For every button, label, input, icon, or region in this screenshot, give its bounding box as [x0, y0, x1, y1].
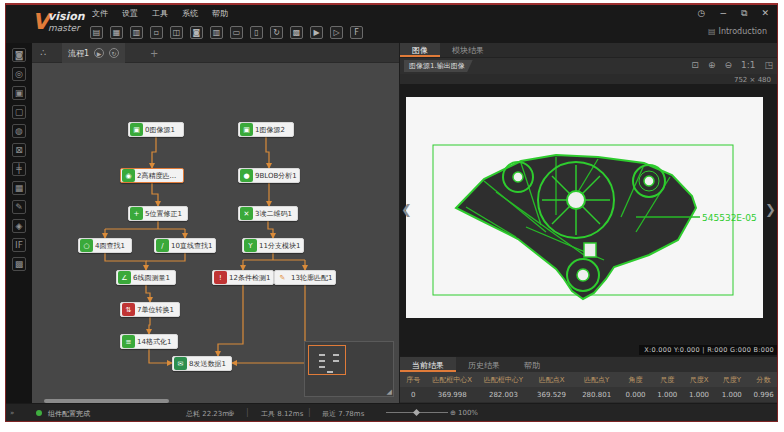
hierarchy-icon[interactable]: ∴ [40, 47, 46, 58]
column-header: 分数 [748, 372, 778, 387]
export-icon[interactable]: ▫ [150, 26, 163, 39]
measure-tool-icon[interactable]: ╪ [12, 162, 26, 176]
layers-icon[interactable]: ▯ [250, 26, 263, 39]
flow-canvas[interactable]: ◢ ▣0图像源1▣1图像源2◉2高精度匹...●9BLOB分析1+5位置修正1✕… [32, 64, 399, 405]
morphology-tool-icon[interactable]: ⊠ [12, 143, 26, 157]
minimap-viewport[interactable] [308, 345, 346, 375]
flow-node[interactable]: ✎13轮廓匹配1 [274, 270, 336, 285]
run-once-icon[interactable]: ▷ [330, 26, 343, 39]
minimap-nodes [317, 352, 343, 374]
run-icon[interactable]: ▶ [310, 26, 323, 39]
menu-item-工具[interactable]: 工具 [152, 8, 168, 21]
column-view-icon[interactable]: ▥ [210, 26, 223, 39]
flow-tab-bar: ∴ 流程1 ▶ ↻ + [32, 43, 399, 63]
canvas-zoom-level: 100% [458, 409, 478, 417]
camera-tool-icon[interactable]: ◙ [12, 48, 26, 62]
tab-当前结果[interactable]: 当前结果 [400, 357, 456, 372]
zoom-in-icon[interactable]: ⊕ [708, 60, 716, 70]
target-tool-icon[interactable]: ◎ [12, 67, 26, 81]
expand-icon[interactable]: ◳ [764, 60, 773, 70]
introduction-link[interactable]: ▤Introduction [708, 27, 767, 36]
zoom-slider-knob[interactable] [413, 409, 420, 416]
flow-node[interactable]: ▣1图像源2 [238, 122, 294, 137]
prev-image-arrow[interactable]: ❮ [401, 202, 412, 217]
status-ok-dot [36, 410, 42, 416]
recent-time: 最近 7.78ms [322, 409, 364, 419]
save-as-icon[interactable]: ▥ [130, 26, 143, 39]
node-icon: + [130, 207, 143, 220]
image-tool-icon[interactable]: ▣ [12, 86, 26, 100]
one-to-one-icon[interactable]: 1:1 [741, 60, 755, 70]
script-tool-icon[interactable]: ▩ [12, 257, 26, 271]
node-icon: ◉ [122, 169, 135, 182]
right-pane: 图像模块结果 图像源1.输出图像 ⊡⊕⊖1:1◳ 752 × 480 [399, 43, 778, 406]
loop-run-icon[interactable]: ↻ [109, 48, 119, 58]
column-header: 匹配点X [529, 372, 574, 387]
license-time-icon[interactable]: ◷ [698, 8, 706, 19]
crop-tool-icon[interactable]: ▢ [12, 105, 26, 119]
draw-tool-icon[interactable]: ✎ [12, 200, 26, 214]
minimize-icon[interactable]: − [719, 8, 727, 19]
restore-icon[interactable]: ⧉ [741, 8, 747, 19]
flow-node[interactable]: ○4圆查找1 [78, 238, 132, 253]
image-source-dropdown[interactable]: 图像源1.输出图像 [404, 60, 473, 72]
node-label: 11分支模块1 [259, 241, 303, 251]
sync-icon[interactable]: ↻ [270, 26, 283, 39]
node-icon: ▣ [240, 123, 253, 136]
tab-帮助[interactable]: 帮助 [512, 357, 552, 372]
flow-node[interactable]: ≡14格式化1 [120, 334, 178, 349]
node-icon: ✉ [174, 357, 187, 370]
matrix-icon[interactable]: ▩ [290, 26, 303, 39]
title-bar: V vision master 文件设置工具系统帮助 ▤▦▥▫◫◙▥▭▯↻▩▶▷… [6, 5, 777, 43]
flow-node[interactable]: ✕3读二维码1 [238, 206, 298, 221]
tab-历史结果[interactable]: 历史结果 [456, 357, 512, 372]
flow-node[interactable]: ✉8发送数据1 [172, 356, 232, 371]
camera-icon[interactable]: ◙ [190, 26, 203, 39]
app-window: V vision master 文件设置工具系统帮助 ▤▦▥▫◫◙▥▭▯↻▩▶▷… [5, 3, 778, 422]
histogram-tool-icon[interactable]: ▦ [12, 181, 26, 195]
table-cell: 1.000 [683, 387, 716, 402]
table-row[interactable]: 0369.998282.003369.529280.8010.0001.0001… [400, 387, 778, 402]
close-icon[interactable]: ✕ [761, 8, 769, 19]
menu-item-系统[interactable]: 系统 [182, 8, 198, 21]
format-f-icon[interactable]: F [350, 26, 363, 39]
pixel-coords-readout: X:0.000 Y:0.000 | R:000 G:000 B:000 [639, 345, 778, 355]
flow-node[interactable]: +5位置修正1 [128, 206, 188, 221]
flow-node[interactable]: /10直线查找1 [154, 238, 216, 253]
canvas-zoom-slider[interactable] [386, 412, 448, 413]
add-flow-tab-button[interactable]: + [150, 48, 158, 59]
save-icon[interactable]: ▤ [90, 26, 103, 39]
fit-view-icon[interactable]: ⊡ [691, 60, 699, 70]
window-layout-icon[interactable]: ◫ [170, 26, 183, 39]
menu-item-设置[interactable]: 设置 [122, 8, 138, 21]
flow-node[interactable]: ▣0图像源1 [128, 122, 184, 137]
open-icon[interactable]: ▦ [110, 26, 123, 39]
flow-node[interactable]: ⇅7单位转换1 [120, 302, 180, 317]
node-icon: ⇅ [122, 303, 135, 316]
menu-item-帮助[interactable]: 帮助 [212, 8, 228, 21]
part-image-svg: 545532E-05 [406, 97, 763, 318]
flow-node[interactable]: ∠6线圆测量1 [116, 270, 176, 285]
logic-if-tool-icon[interactable]: IF [12, 238, 26, 252]
ruler-icon[interactable]: ▭ [230, 26, 243, 39]
flow-node[interactable]: ●9BLOB分析1 [238, 168, 300, 183]
flow-node[interactable]: ◉2高精度匹... [120, 168, 184, 183]
node-label: 5位置修正1 [145, 209, 185, 219]
color-tool-icon[interactable]: ◍ [12, 124, 26, 138]
collapse-icon[interactable]: » [10, 409, 14, 417]
menu-item-文件[interactable]: 文件 [92, 8, 108, 21]
flow-node[interactable]: !12条件检测1 [212, 270, 274, 285]
zoom-out-icon[interactable]: ⊖ [724, 60, 732, 70]
flow-tab[interactable]: 流程1 ▶ ↻ [62, 43, 125, 63]
calibration-tool-icon[interactable]: ◈ [12, 219, 26, 233]
next-image-arrow[interactable]: ❯ [765, 202, 776, 217]
tab-模块结果[interactable]: 模块结果 [440, 43, 496, 57]
run-flow-icon[interactable]: ▶ [94, 48, 104, 58]
tab-图像[interactable]: 图像 [400, 43, 440, 57]
image-viewer[interactable]: 545532E-05 ❮ ❯ X:0.000 Y:0.000 | R:000 G… [400, 84, 778, 356]
viewer-sub-toolbar: 图像源1.输出图像 ⊡⊕⊖1:1◳ [400, 58, 778, 74]
zoom-lens-icon: ⊕ [450, 409, 456, 417]
flow-node[interactable]: Y11分支模块1 [242, 238, 304, 253]
minimap-resize-handle[interactable]: ◢ [387, 388, 392, 396]
minimap[interactable]: ◢ [304, 341, 394, 397]
